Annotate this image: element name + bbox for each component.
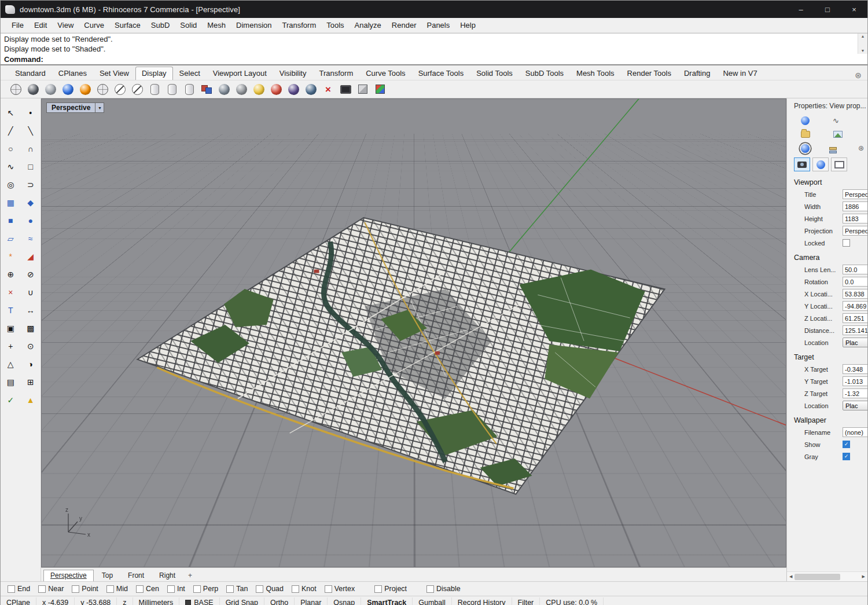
checkbox-icon[interactable] <box>374 585 382 593</box>
leash-icon[interactable]: ∿ <box>833 116 839 125</box>
fillet-tool-icon[interactable]: ◢ <box>24 250 37 263</box>
toolbar-tab-subd-tools[interactable]: SubD Tools <box>519 67 570 80</box>
osnap-end[interactable]: End <box>8 585 30 593</box>
grid-snap-tool-icon[interactable]: ▤ <box>4 376 17 388</box>
scroll-down-icon[interactable]: ▼ <box>861 49 865 53</box>
checkbox-icon[interactable] <box>167 585 175 593</box>
toolbar-tab-standard[interactable]: Standard <box>9 67 52 80</box>
checkbox-icon[interactable] <box>426 585 434 593</box>
osnap-cen[interactable]: Cen <box>136 585 159 593</box>
osnap-project[interactable]: Project <box>374 585 407 593</box>
toolbar-tab-curve-tools[interactable]: Curve Tools <box>359 67 411 80</box>
viewport-properties-tab-icon[interactable] <box>801 144 810 153</box>
status-millimeters[interactable]: Millimeters <box>133 597 180 605</box>
status-y-53-688[interactable]: y -53.688 <box>75 597 117 605</box>
menu-tools[interactable]: Tools <box>321 19 349 31</box>
prop-button-location[interactable]: Plac <box>843 338 867 347</box>
scroll-up-icon[interactable]: ▲ <box>861 34 865 39</box>
osnap-int[interactable]: Int <box>167 585 185 593</box>
polyline-tool-icon[interactable]: ╱ <box>4 124 17 137</box>
viewport-tab-front[interactable]: Front <box>121 570 151 581</box>
prop-value-y-locati[interactable]: -94.869 <box>843 301 867 311</box>
menu-surface[interactable]: Surface <box>109 19 146 31</box>
cone-tool-icon[interactable]: ▲ <box>24 394 37 406</box>
prop-value-y-target[interactable]: -1.013 <box>843 376 867 386</box>
zoom-sphere-display-icon[interactable] <box>304 82 318 96</box>
trim-tool-icon[interactable]: × <box>4 286 17 299</box>
checkbox-icon[interactable] <box>193 585 201 593</box>
wallpaper-properties-button[interactable] <box>831 157 847 171</box>
viewport-tab-top[interactable]: Top <box>95 570 120 581</box>
boolean-difference-tool-icon[interactable]: ∪ <box>24 286 37 299</box>
minimize-button[interactable]: – <box>788 1 814 18</box>
checkbox-icon[interactable] <box>292 585 299 593</box>
wireframe-display-icon[interactable] <box>9 82 23 96</box>
status-record-history[interactable]: Record History <box>452 597 512 605</box>
toolbar-tab-drafting[interactable]: Drafting <box>678 67 717 80</box>
menu-mesh[interactable]: Mesh <box>202 19 231 31</box>
prop-value-lens-len[interactable]: 50.0 <box>843 265 867 274</box>
gear-icon[interactable]: ⊛ <box>858 144 864 152</box>
arctic-display-icon[interactable] <box>165 82 179 96</box>
move-tool-icon[interactable]: + <box>4 340 17 353</box>
status-cplane[interactable]: CPlane <box>1 597 36 605</box>
menu-dimension[interactable]: Dimension <box>231 19 277 31</box>
status-base[interactable]: BASE <box>179 597 219 605</box>
status-z[interactable]: z <box>117 597 133 605</box>
extrude-tool-icon[interactable]: * <box>4 250 17 263</box>
osnap-point[interactable]: Point <box>72 585 98 593</box>
toolbar-tab-set-view[interactable]: Set View <box>93 67 135 80</box>
image-icon[interactable] <box>833 131 843 138</box>
sun-sphere-display-icon[interactable] <box>252 82 266 96</box>
status-planar[interactable]: Planar <box>295 597 328 605</box>
prop-button-location[interactable]: Plac <box>843 401 867 410</box>
toolbar-tab-visibility[interactable]: Visibility <box>273 67 313 80</box>
osnap-knot[interactable]: Knot <box>292 585 317 593</box>
menu-view[interactable]: View <box>52 19 79 31</box>
status-grid-snap[interactable]: Grid Snap <box>220 597 264 605</box>
toolbar-tab-new-in-v7[interactable]: New in V7 <box>716 67 763 80</box>
prop-value-rotation[interactable]: 0.0 <box>843 277 867 287</box>
checkbox-icon[interactable] <box>325 585 332 593</box>
menu-render[interactable]: Render <box>387 19 422 31</box>
boolean-union-tool-icon[interactable]: ⊕ <box>4 268 17 281</box>
patch-tool-icon[interactable]: ◆ <box>24 196 37 209</box>
plane-tool-icon[interactable]: ▱ <box>4 232 17 245</box>
rotate-tool-icon[interactable]: ⊙ <box>24 340 37 353</box>
curve-tool-icon[interactable]: ∿ <box>4 160 17 173</box>
ghosted-display-icon[interactable] <box>43 82 57 96</box>
prop-checkbox-show[interactable]: ✓ <box>843 441 850 448</box>
command-prompt[interactable]: Command: <box>1 54 867 65</box>
status-ortho[interactable]: Ortho <box>264 597 295 605</box>
menu-analyze[interactable]: Analyze <box>350 19 387 31</box>
toolbar-tab-viewport-layout[interactable]: Viewport Layout <box>207 67 273 80</box>
menu-edit[interactable]: Edit <box>29 19 52 31</box>
pen-display-icon[interactable] <box>130 82 144 96</box>
text-tool-icon[interactable]: T <box>4 304 17 317</box>
prop-value-x-locati[interactable]: 53.838 <box>843 289 867 299</box>
layers-icon[interactable] <box>829 147 837 150</box>
checkbox-icon[interactable] <box>136 585 144 593</box>
mirror-tool-icon[interactable]: ◑ <box>24 358 37 371</box>
gumball-tool-icon[interactable]: ⊞ <box>24 376 37 388</box>
menu-solid[interactable]: Solid <box>175 19 202 31</box>
new-viewport-button[interactable]: + <box>183 570 197 581</box>
sphere-tool-icon[interactable]: ● <box>24 214 37 227</box>
menu-panels[interactable]: Panels <box>421 19 455 31</box>
checkbox-icon[interactable] <box>256 585 263 593</box>
split-tool-icon[interactable]: ⊘ <box>24 268 37 281</box>
prop-value-z-target[interactable]: -1.32 <box>843 388 867 398</box>
scrollbar-thumb[interactable] <box>795 574 840 580</box>
xray-display-icon[interactable] <box>95 82 109 96</box>
prop-value-distance[interactable]: 125.141 <box>843 325 867 335</box>
print-preview-display-icon[interactable] <box>182 82 196 96</box>
osnap-quad[interactable]: Quad <box>256 585 284 593</box>
target-sphere-display-icon[interactable] <box>269 82 283 96</box>
toolbar-tab-solid-tools[interactable]: Solid Tools <box>470 67 519 80</box>
circle-tool-icon[interactable]: ○ <box>4 142 17 155</box>
monitor-display-icon[interactable] <box>339 82 352 96</box>
arc-tool-icon[interactable]: ∩ <box>24 142 37 155</box>
ellipse-tool-icon[interactable]: ◎ <box>4 178 17 191</box>
prop-checkbox-gray[interactable]: ✓ <box>843 453 850 460</box>
disable-display-icon[interactable]: × <box>321 82 335 96</box>
